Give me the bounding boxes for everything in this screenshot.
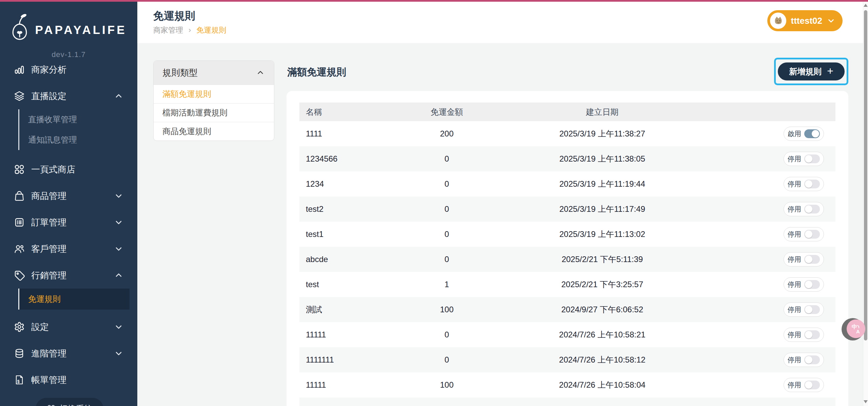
switch-system-label: 切換系統: [60, 403, 92, 406]
status-toggle-pill[interactable]: 停用: [784, 277, 824, 292]
table-row: abcde 0 2025/2/21 下午5:11:39 停用: [299, 247, 835, 272]
status-switch[interactable]: [804, 180, 820, 188]
avatar: [770, 13, 786, 29]
sidebar-item-one-page-store[interactable]: 一頁式商店: [0, 156, 137, 183]
status-switch[interactable]: [804, 205, 820, 214]
switch-knob: [805, 230, 812, 238]
sidebar-item-label: 一頁式商店: [31, 164, 75, 176]
live-settings-submenu: 直播收單管理 通知訊息管理: [18, 109, 130, 150]
status-switch[interactable]: [804, 381, 820, 389]
rule-name: 測試: [299, 304, 401, 315]
sidebar-item-marketing-management[interactable]: 行銷管理: [0, 262, 137, 289]
status-toggle-pill[interactable]: 停用: [784, 353, 824, 367]
vertical-scrollbar[interactable]: [863, 2, 868, 406]
chevron-down-icon: [114, 349, 123, 358]
rule-amount: 0: [401, 179, 492, 189]
status-switch[interactable]: [804, 355, 820, 364]
status-switch[interactable]: [804, 230, 820, 239]
sidebar-item-customer-management[interactable]: 客戶管理: [0, 236, 137, 262]
status-switch[interactable]: [804, 154, 820, 163]
breadcrumb-current: 免運規則: [196, 25, 226, 35]
scrollbar-down-arrow-icon[interactable]: [864, 400, 868, 403]
status-toggle-pill[interactable]: 停用: [784, 328, 824, 342]
rule-name: test2: [299, 204, 401, 214]
status-label: 停用: [788, 180, 801, 189]
status-toggle-pill[interactable]: 啟用: [784, 127, 824, 141]
sidebar-item-advanced-management[interactable]: 進階管理: [0, 340, 137, 367]
sidebar-item-product-management[interactable]: 商品管理: [0, 183, 137, 209]
rule-type-item-campaign-shipping[interactable]: 檔期活動運費規則: [154, 103, 274, 122]
sidebar-item-notification-management[interactable]: 通知訊息管理: [19, 130, 130, 150]
switch-knob: [805, 306, 812, 313]
table-row: 1234566 0 2025/3/19 上午11:38:05 停用: [299, 146, 835, 171]
status-switch[interactable]: [804, 255, 820, 264]
scrollbar-up-arrow-icon[interactable]: [864, 4, 868, 7]
switch-knob: [805, 356, 812, 364]
rule-type-title: 規則類型: [162, 67, 198, 79]
status-toggle-pill[interactable]: 停用: [784, 227, 824, 241]
rule-amount: 0: [401, 355, 492, 365]
rule-type-panel-header[interactable]: 規則類型: [154, 61, 274, 85]
status-toggle-pill[interactable]: 停用: [784, 152, 824, 166]
top-accent-bar: [0, 0, 868, 2]
plus-icon: +: [827, 66, 833, 76]
rule-name: 1234566: [299, 154, 401, 164]
papaya-logo-icon: [11, 13, 29, 47]
breadcrumb-root[interactable]: 商家管理: [153, 25, 183, 35]
table-row: 1111111 0 2024/7/26 上午10:58:12 停用: [299, 347, 835, 372]
chevron-up-icon: [114, 271, 123, 280]
sidebar-item-settings[interactable]: 設定: [0, 314, 137, 340]
status-switch[interactable]: [804, 305, 820, 314]
sidebar-item-live-settings[interactable]: 直播設定: [0, 83, 137, 109]
chevron-down-icon: [114, 191, 123, 200]
status-toggle-pill[interactable]: 停用: [784, 252, 824, 266]
users-icon: [14, 243, 25, 255]
status-switch[interactable]: [804, 129, 820, 138]
status-toggle-pill[interactable]: 停用: [784, 302, 824, 317]
rule-created-date: 2024/7/26 上午10:58:04: [492, 380, 712, 390]
status-switch[interactable]: [804, 330, 820, 339]
rule-type-item-full-amount[interactable]: 滿額免運規則: [154, 85, 274, 103]
bar-chart-icon: [14, 64, 25, 75]
status-label: 停用: [788, 280, 801, 289]
sidebar-item-label: 進階管理: [31, 348, 66, 359]
table-row: 11111 100 2024/7/26 上午10:58:04 停用: [299, 372, 835, 398]
status-switch[interactable]: [804, 280, 820, 289]
status-toggle-pill[interactable]: 停用: [784, 177, 824, 191]
status-label: 啟用: [788, 129, 801, 139]
switch-system-button[interactable]: 切換系統: [36, 398, 103, 406]
database-icon: [14, 348, 25, 359]
rule-type-item-product-free-shipping[interactable]: 商品免運規則: [154, 122, 274, 141]
add-rule-button[interactable]: 新增規則 +: [778, 62, 845, 80]
header: 免運規則 商家管理 › 免運規則 tttest02: [137, 0, 868, 43]
sidebar-item-free-shipping-rules[interactable]: 免運規則: [19, 289, 130, 310]
rule-name: test: [299, 280, 401, 289]
sidebar-item-merchant-analytics[interactable]: 商家分析: [0, 56, 137, 83]
rules-table: 名稱 免運金額 建立日期 1111 200 2025/3/19 上午11:38:…: [299, 103, 835, 406]
table-row: test 1 2025/2/21 下午3:25:57 停用: [299, 272, 835, 297]
rule-created-date: 2024/9/27 下午6:06:52: [492, 304, 712, 315]
rule-type-panel: 規則類型 滿額免運規則 檔期活動運費規則 商品免運規則: [153, 60, 274, 141]
table-row: test1 0 2025/3/19 上午11:13:02 停用: [299, 222, 835, 247]
scrollbar-thumb[interactable]: [864, 10, 867, 340]
sidebar-item-billing-management[interactable]: $ 帳單管理: [0, 367, 137, 393]
status-toggle-pill[interactable]: 停用: [784, 378, 824, 392]
rule-created-date: 2025/3/19 上午11:17:49: [492, 204, 712, 215]
status-label: 停用: [788, 355, 801, 365]
chevron-right-icon: ›: [189, 26, 191, 35]
user-menu-button[interactable]: tttest02: [767, 10, 843, 31]
bill-icon: $: [14, 374, 25, 386]
brand-name: PAPAYALIFE: [35, 23, 126, 37]
sidebar-item-live-order-management[interactable]: 直播收單管理: [19, 109, 130, 130]
sidebar-item-order-management[interactable]: 訂單管理: [0, 209, 137, 236]
switch-knob: [805, 281, 812, 288]
rule-name: 1234: [299, 179, 401, 189]
brand-area: PAPAYALIFE dev-1.1.7: [0, 0, 137, 56]
status-toggle-pill[interactable]: 停用: [784, 202, 824, 216]
rule-amount: 100: [401, 380, 492, 390]
switch-knob: [805, 381, 812, 389]
translate-button[interactable]: 中 A: [847, 319, 865, 338]
page-body: 規則類型 滿額免運規則 檔期活動運費規則 商品免運規則 滿額免運規則 新增規則 …: [137, 43, 868, 406]
breadcrumb: 商家管理 › 免運規則: [153, 25, 226, 35]
status-label: 停用: [788, 305, 801, 314]
